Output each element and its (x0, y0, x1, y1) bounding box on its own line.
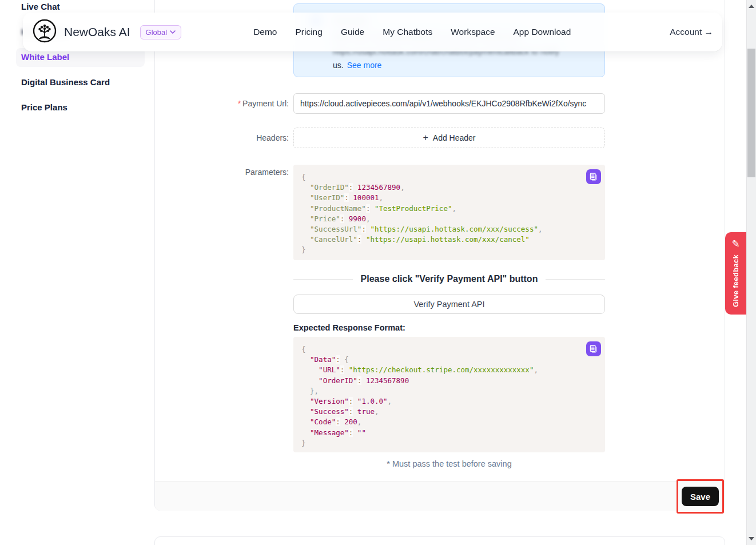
brand-logo-icon (33, 19, 57, 45)
divider: Please click "Verify Payment API" button (293, 273, 605, 285)
brand-name[interactable]: NewOaks AI (64, 25, 130, 39)
account-link[interactable]: Account → (670, 27, 713, 37)
save-button[interactable]: Save (682, 487, 719, 506)
nav-link-guide[interactable]: Guide (341, 27, 364, 37)
expected-response-label: Expected Response Format: (293, 323, 405, 332)
plus-icon: + (423, 133, 428, 142)
response-code-block: { "Data": { "URL": "https://checkout.str… (293, 337, 605, 452)
next-section-card (154, 536, 725, 545)
sidebar-item-live-chat[interactable]: Live Chat (21, 2, 60, 11)
page: i Reminder After each successful payment… (0, 0, 756, 545)
must-pass-note: * Must pass the test before saving (293, 459, 605, 468)
copy-icon (590, 173, 598, 181)
payment-url-input[interactable] (293, 93, 605, 114)
parameters-label: Parameters: (174, 168, 289, 177)
divider-line-left (293, 279, 353, 280)
response-json: { "Data": { "URL": "https://checkout.str… (301, 344, 597, 448)
give-feedback-label: Give feedback (731, 254, 740, 307)
alert-body-line3: us.See more (333, 61, 381, 70)
nav-links: Demo Pricing Guide My Chatbots Workspace… (253, 27, 571, 37)
chevron-down-icon (170, 30, 176, 34)
copy-parameters-button[interactable] (586, 169, 601, 184)
top-navbar: NewOaks AI Global Demo Pricing Guide My … (23, 13, 722, 51)
copy-icon (590, 345, 598, 353)
scroll-down-arrow[interactable] (749, 537, 754, 540)
scroll-up-arrow[interactable] (749, 5, 754, 8)
footer-bar (155, 481, 725, 511)
required-asterisk: * (238, 99, 241, 108)
region-selector[interactable]: Global (140, 25, 182, 39)
verify-payment-api-button[interactable]: Verify Payment API (293, 295, 605, 314)
divider-text: Please click "Verify Payment API" button (361, 274, 538, 284)
headers-label: Headers: (174, 133, 289, 142)
sidebar-item-price-plans[interactable]: Price Plans (21, 102, 67, 112)
copy-response-button[interactable] (586, 341, 601, 356)
sidebar-item-white-label[interactable]: White Label (21, 52, 69, 62)
nav-link-my-chatbots[interactable]: My Chatbots (383, 27, 432, 37)
divider-line-right (546, 279, 605, 280)
scrollbar-thumb[interactable] (747, 49, 755, 177)
add-header-button[interactable]: + Add Header (293, 128, 605, 148)
nav-link-app-download[interactable]: App Download (514, 27, 571, 37)
see-more-link[interactable]: See more (347, 61, 382, 70)
parameters-code-block: { "OrderID": 1234567890, "UserID": 10000… (293, 165, 605, 260)
give-feedback-tab[interactable]: ✎ Give feedback (725, 232, 746, 315)
nav-link-pricing[interactable]: Pricing (295, 27, 322, 37)
parameters-json: { "OrderID": 1234567890, "UserID": 10000… (301, 172, 597, 256)
payment-url-label: *Payment Url: (174, 99, 289, 108)
nav-link-workspace[interactable]: Workspace (451, 27, 495, 37)
nav-link-demo[interactable]: Demo (253, 27, 277, 37)
sidebar-item-digital-business-card[interactable]: Digital Business Card (21, 77, 110, 87)
pencil-icon: ✎ (731, 238, 739, 250)
